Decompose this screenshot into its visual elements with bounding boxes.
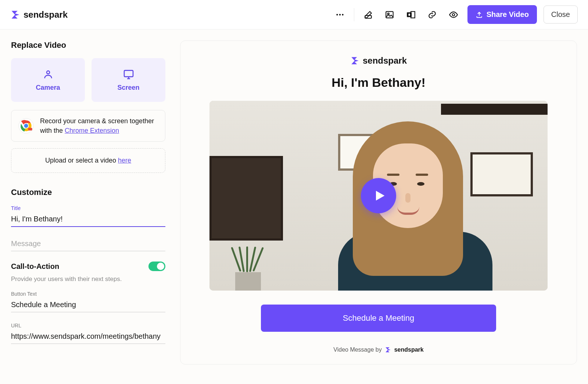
screen-label: Screen — [117, 84, 139, 92]
camera-label: Camera — [36, 84, 60, 92]
svg-rect-11 — [124, 70, 133, 77]
customize-title: Customize — [11, 188, 165, 197]
record-screen-card[interactable]: Screen — [92, 58, 165, 102]
footer-prefix: Video Message by — [333, 346, 381, 353]
chrome-extension-text: Record your camera & screen together wit… — [40, 116, 158, 135]
svg-point-2 — [342, 14, 343, 15]
divider — [354, 8, 354, 21]
svg-point-1 — [339, 14, 340, 15]
more-horizontal-icon — [335, 10, 345, 19]
share-button-label: Share Video — [487, 10, 529, 19]
play-button[interactable] — [361, 178, 396, 213]
cta-title: Call-to-Action — [11, 262, 59, 271]
message-input[interactable] — [11, 237, 165, 251]
button-text-field: Button Text — [11, 291, 165, 312]
video-thumbnail[interactable] — [209, 101, 548, 291]
record-options: Camera Screen — [11, 58, 165, 102]
copy-link-button[interactable] — [425, 7, 440, 22]
outlook-button[interactable] — [404, 7, 418, 22]
share-video-button[interactable]: Share Video — [467, 5, 537, 24]
image-icon — [385, 10, 394, 19]
message-field — [11, 237, 165, 251]
camera-person-icon — [42, 68, 54, 80]
editor-sidebar: Replace Video Camera Screen Record you — [11, 40, 165, 365]
cta-toggle[interactable] — [148, 262, 165, 271]
sendspark-logo-icon — [350, 56, 360, 65]
svg-point-8 — [408, 13, 410, 16]
url-input[interactable] — [11, 330, 165, 344]
edit-button[interactable] — [361, 7, 376, 22]
title-input[interactable] — [11, 213, 165, 227]
svg-point-10 — [47, 71, 50, 74]
preview-pane: sendspark Hi, I'm Bethany! — [180, 40, 577, 365]
preview-logo-text: sendspark — [363, 56, 407, 66]
upload-icon — [476, 11, 483, 18]
upload-text-prefix: Upload or select a video — [45, 157, 118, 164]
main-layout: Replace Video Camera Screen Record you — [0, 29, 588, 376]
preview-button[interactable] — [446, 7, 461, 22]
screen-icon — [123, 68, 135, 80]
sendspark-logo-icon — [10, 10, 21, 20]
upload-video-card[interactable]: Upload or select a video here — [11, 148, 165, 173]
cta-hint: Provide your users with their next steps… — [11, 275, 165, 283]
svg-point-0 — [336, 14, 338, 15]
replace-video-title: Replace Video — [11, 40, 165, 50]
title-field: Title — [11, 205, 165, 227]
app-header: sendspark Share Video Close — [0, 0, 588, 29]
svg-point-9 — [452, 13, 455, 16]
title-label: Title — [11, 205, 165, 211]
preview-logo: sendspark — [350, 56, 407, 66]
more-menu-button[interactable] — [333, 7, 347, 22]
header-actions: Share Video Close — [333, 5, 578, 24]
cta-header: Call-to-Action — [11, 262, 165, 271]
chrome-extension-card[interactable]: Record your camera & screen together wit… — [11, 110, 165, 142]
play-icon — [372, 188, 387, 203]
preview-cta-button[interactable]: Schedule a Meeting — [261, 305, 496, 332]
button-text-label: Button Text — [11, 291, 165, 297]
thumbnail-button[interactable] — [382, 7, 397, 22]
svg-rect-15 — [28, 128, 32, 131]
logo[interactable]: sendspark — [10, 10, 68, 20]
chrome-icon — [18, 118, 34, 134]
sendspark-logo-icon — [385, 346, 391, 353]
preview-footer: Video Message by sendspark — [333, 346, 423, 353]
url-field: URL — [11, 323, 165, 344]
button-text-input[interactable] — [11, 298, 165, 312]
eye-icon — [449, 10, 458, 19]
footer-brand: sendspark — [394, 346, 424, 353]
record-camera-card[interactable]: Camera — [11, 58, 85, 102]
upload-here-link[interactable]: here — [118, 157, 131, 164]
svg-rect-4 — [386, 11, 393, 18]
outlook-icon — [406, 10, 416, 19]
link-icon — [427, 10, 437, 19]
preview-title: Hi, I'm Bethany! — [331, 75, 426, 90]
close-button[interactable]: Close — [544, 6, 578, 24]
chrome-extension-link[interactable]: Chrome Extension — [65, 127, 119, 134]
url-label: URL — [11, 323, 165, 328]
edit-icon — [363, 10, 373, 19]
logo-text: sendspark — [24, 10, 68, 20]
